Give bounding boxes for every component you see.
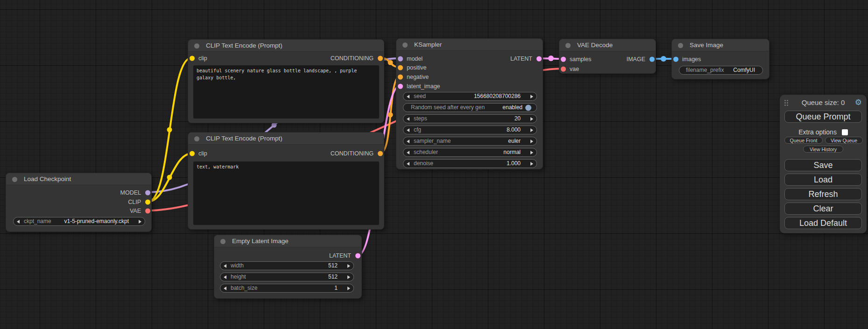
- slot-label: negative: [407, 74, 429, 80]
- collapse-dot-icon[interactable]: [565, 43, 571, 48]
- node-title-bar[interactable]: CLIP Text Encode (Prompt): [188, 40, 384, 52]
- output-port-conditioning[interactable]: [378, 56, 383, 61]
- input-port-positive[interactable]: [398, 65, 403, 70]
- input-port-clip[interactable]: [190, 56, 195, 61]
- widget-scheduler[interactable]: scheduler normal: [403, 148, 537, 157]
- increment-arrow-icon[interactable]: [139, 220, 141, 224]
- increment-arrow-icon[interactable]: [347, 264, 350, 268]
- output-port-latent[interactable]: [355, 253, 360, 259]
- node-vae-decode[interactable]: VAE Decode samples IMAGE vae: [559, 39, 656, 74]
- collapse-dot-icon[interactable]: [402, 42, 408, 48]
- toggle-enabled-icon[interactable]: [525, 105, 531, 111]
- widget-label: seed: [414, 92, 426, 100]
- decrement-arrow-icon[interactable]: [224, 275, 226, 279]
- collapse-dot-icon[interactable]: [678, 43, 683, 48]
- input-port-vae[interactable]: [561, 67, 566, 72]
- collapse-dot-icon[interactable]: [12, 177, 17, 182]
- collapse-dot-icon[interactable]: [220, 239, 226, 244]
- slot-label: model: [407, 56, 423, 62]
- slot-label: samples: [570, 56, 592, 63]
- input-port-negative[interactable]: [398, 75, 403, 80]
- node-load-checkpoint[interactable]: Load Checkpoint MODEL CLIP VAE ckpt_name…: [6, 173, 152, 232]
- increment-arrow-icon[interactable]: [530, 95, 533, 98]
- link-dot-model[interactable]: [272, 123, 277, 128]
- queue-prompt-button[interactable]: Queue Prompt: [784, 111, 862, 123]
- decrement-arrow-icon[interactable]: [17, 220, 20, 224]
- node-title-bar[interactable]: Save Image: [672, 39, 769, 51]
- save-button[interactable]: Save: [784, 159, 862, 171]
- increment-arrow-icon[interactable]: [530, 162, 533, 166]
- input-port-images[interactable]: [673, 57, 678, 62]
- view-history-button[interactable]: View History: [803, 146, 843, 153]
- decrement-arrow-icon[interactable]: [224, 264, 226, 268]
- widget-sampler-name[interactable]: sampler_name euler: [403, 137, 537, 146]
- link-dot-image[interactable]: [661, 56, 666, 62]
- widget-cfg[interactable]: cfg 8.000: [403, 126, 537, 134]
- extra-options-checkbox[interactable]: [842, 129, 848, 135]
- increment-arrow-icon[interactable]: [530, 117, 533, 121]
- link-dot-clip-negative[interactable]: [167, 175, 172, 180]
- link-dot-latent-out[interactable]: [548, 56, 554, 61]
- view-queue-button[interactable]: View Queue: [825, 137, 863, 144]
- node-clip-text-encode-negative[interactable]: CLIP Text Encode (Prompt) clip CONDITION…: [188, 132, 384, 230]
- node-title-bar[interactable]: CLIP Text Encode (Prompt): [188, 133, 384, 145]
- decrement-arrow-icon[interactable]: [407, 151, 409, 154]
- collapse-dot-icon[interactable]: [194, 43, 199, 49]
- output-port-latent[interactable]: [536, 56, 542, 62]
- clear-button[interactable]: Clear: [784, 203, 862, 215]
- collapse-dot-icon[interactable]: [194, 136, 199, 141]
- decrement-arrow-icon[interactable]: [407, 117, 409, 121]
- widget-steps[interactable]: steps 20: [403, 114, 537, 123]
- link-dot-clip-positive[interactable]: [167, 127, 172, 133]
- node-title-bar[interactable]: Empty Latent Image: [214, 235, 361, 247]
- widget-ckpt-name[interactable]: ckpt_name v1-5-pruned-emaonly.ckpt: [13, 217, 145, 226]
- output-port-vae[interactable]: [145, 209, 150, 214]
- widget-batch-size[interactable]: batch_size 1: [220, 284, 354, 293]
- node-clip-text-encode-positive[interactable]: CLIP Text Encode (Prompt) clip CONDITION…: [188, 39, 384, 123]
- output-port-clip[interactable]: [145, 200, 150, 205]
- decrement-arrow-icon[interactable]: [407, 140, 409, 143]
- widget-width[interactable]: width 512: [220, 261, 354, 270]
- queue-front-button[interactable]: Queue Front: [784, 137, 823, 144]
- output-port-model[interactable]: [145, 190, 150, 196]
- slot-label: MODEL: [120, 188, 141, 197]
- decrement-arrow-icon[interactable]: [407, 128, 409, 132]
- widget-filename-prefix[interactable]: filename_prefix ComfyUI: [679, 66, 763, 75]
- load-button[interactable]: Load: [784, 174, 862, 186]
- node-title-bar[interactable]: KSampler: [396, 39, 543, 51]
- node-title-bar[interactable]: Load Checkpoint: [6, 173, 151, 185]
- decrement-arrow-icon[interactable]: [224, 287, 226, 290]
- output-port-conditioning[interactable]: [378, 151, 383, 156]
- input-port-model[interactable]: [398, 56, 403, 62]
- link-dot-cond-negative[interactable]: [388, 112, 393, 118]
- slot-label: images: [682, 56, 701, 63]
- prompt-textarea[interactable]: beautiful scenery nature glass bottle la…: [193, 65, 379, 119]
- prompt-textarea[interactable]: text, watermark: [193, 161, 379, 225]
- increment-arrow-icon[interactable]: [530, 151, 533, 154]
- node-title: Load Checkpoint: [24, 175, 71, 182]
- load-default-button[interactable]: Load Default: [784, 217, 862, 229]
- decrement-arrow-icon[interactable]: [407, 162, 409, 166]
- input-port-clip[interactable]: [190, 151, 195, 156]
- widget-random-seed-toggle[interactable]: Random seed after every gen enabled: [403, 103, 537, 112]
- output-port-image[interactable]: [649, 57, 655, 62]
- increment-arrow-icon[interactable]: [530, 140, 533, 143]
- settings-gear-icon[interactable]: ⚙: [855, 98, 862, 107]
- input-port-samples[interactable]: [561, 57, 566, 62]
- widget-height[interactable]: height 512: [220, 273, 354, 281]
- refresh-button[interactable]: Refresh: [784, 188, 862, 200]
- link-dot-cond-positive[interactable]: [388, 60, 393, 65]
- widget-seed[interactable]: seed 156680208700286: [403, 92, 537, 101]
- node-ksampler[interactable]: KSampler model LATENT positive negative …: [396, 38, 543, 169]
- widget-denoise[interactable]: denoise 1.000: [403, 159, 537, 168]
- increment-arrow-icon[interactable]: [530, 128, 533, 132]
- node-empty-latent-image[interactable]: Empty Latent Image LATENT width 512 heig…: [214, 235, 362, 299]
- slot-label: VAE: [130, 206, 141, 216]
- increment-arrow-icon[interactable]: [347, 287, 350, 290]
- node-graph-canvas[interactable]: Load Checkpoint MODEL CLIP VAE ckpt_name…: [0, 0, 868, 329]
- increment-arrow-icon[interactable]: [347, 275, 350, 279]
- decrement-arrow-icon[interactable]: [407, 95, 409, 98]
- node-title-bar[interactable]: VAE Decode: [559, 39, 656, 51]
- input-port-latent-image[interactable]: [398, 84, 403, 89]
- node-save-image[interactable]: Save Image images filename_prefix ComfyU…: [671, 39, 769, 79]
